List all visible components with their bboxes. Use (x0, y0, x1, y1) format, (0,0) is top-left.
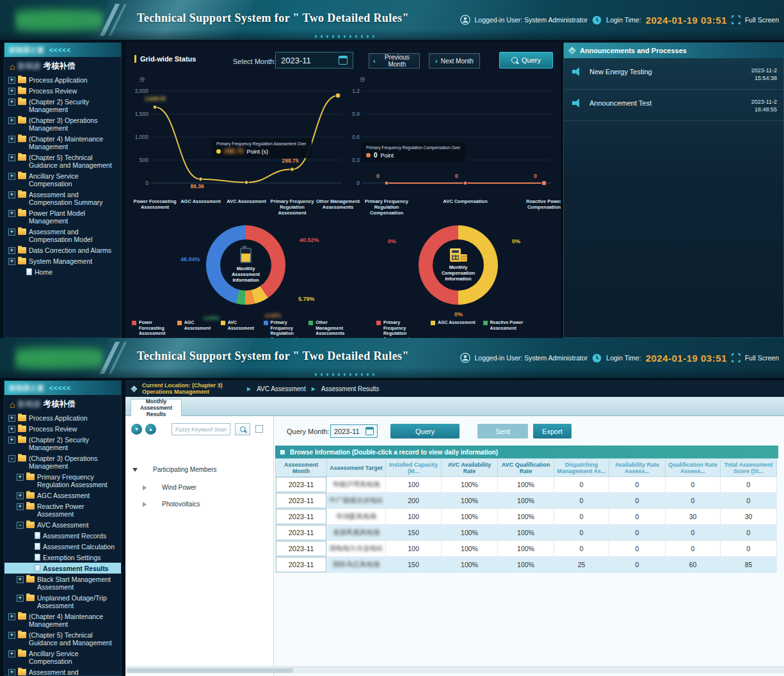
members-root-row[interactable]: Participating Members (132, 466, 216, 473)
tree-root[interactable]: ⌂ 新能源 考核补偿 (4, 57, 121, 74)
tab-monthly-assessment-results[interactable]: Monthly Assessment Results (131, 399, 182, 416)
search-input[interactable] (172, 423, 230, 435)
expand-icon[interactable]: + (8, 258, 15, 265)
column-header[interactable]: Installed Capacity (M... (386, 459, 442, 477)
column-header[interactable]: Total Assessment Score (St... (721, 459, 777, 477)
expand-icon[interactable]: + (8, 136, 15, 143)
tree-item[interactable]: Assessment Calculation (4, 541, 121, 552)
expand-icon[interactable]: + (8, 88, 15, 95)
tree-root[interactable]: ⌂ 新能源 考核补偿 (4, 395, 121, 412)
column-header[interactable]: Assessment Target (327, 459, 386, 477)
member-item-wind-power[interactable]: Wind Power (143, 484, 196, 491)
tree-item[interactable]: +(Chapter 2) Security Management (4, 434, 121, 453)
query-button[interactable]: Query (499, 52, 553, 68)
sidebar-collapse-arrows-icon[interactable]: <<<<< (49, 385, 71, 392)
expand-icon[interactable]: + (8, 650, 15, 657)
fullscreen-icon[interactable] (732, 353, 740, 362)
expand-icon[interactable]: + (17, 595, 24, 602)
tree-item[interactable]: +Process Application (4, 412, 121, 423)
collapse-all-button[interactable]: ▼ (131, 424, 142, 435)
announcement-item[interactable]: New Energy Testing2023-11-215:54:38 (564, 58, 783, 90)
tree-item[interactable]: +Black Start Management Assessment (4, 574, 121, 592)
tree-item[interactable]: +Ancillary Service Compensation (4, 170, 121, 189)
tree-item[interactable]: +Process Review (4, 85, 121, 96)
column-header[interactable]: Availability Rate Assess... (609, 459, 666, 477)
fullscreen-label[interactable]: Full Screen (745, 354, 779, 362)
tree-item[interactable]: +Assessment and Compensation Model (4, 226, 121, 245)
calendar-icon[interactable] (339, 56, 348, 65)
column-header[interactable]: Dispatching Management As... (554, 459, 609, 477)
expand-icon[interactable]: + (8, 191, 15, 198)
scrollbar-thumb[interactable] (127, 668, 293, 673)
member-item-photovoltaics[interactable]: Photovoltaics (143, 501, 200, 508)
tree-item[interactable]: -(Chapter 3) Operations Management (4, 453, 121, 471)
compensation-line-chart[interactable]: 分 00.30.60.91.2 Primary Frequency Regula… (346, 76, 561, 237)
breadcrumb-item[interactable]: AVC Assessment (257, 385, 306, 392)
breadcrumb-item[interactable]: Assessment Results (321, 385, 380, 392)
search-button[interactable] (235, 423, 250, 435)
table-row[interactable]: 2023-11中广核城光伏电站200100%100%0000 (276, 493, 777, 509)
calendar-icon[interactable] (365, 427, 374, 435)
expand-arrow-icon[interactable] (143, 502, 147, 507)
sidebar-header[interactable]: 新能源之窗 <<<<< (4, 381, 121, 395)
expand-icon[interactable]: + (8, 210, 15, 217)
tree-item[interactable]: +(Chapter 3) Operations Management (4, 115, 121, 133)
tree-item[interactable]: Assessment Results (4, 563, 121, 574)
query-button[interactable]: Query (390, 424, 460, 439)
collapse-icon[interactable]: - (17, 522, 24, 529)
tree-item[interactable]: +(Chapter 2) Security Management (4, 96, 121, 115)
tree-item[interactable]: +Process Review (4, 423, 121, 434)
sent-button[interactable]: Sent (477, 424, 528, 439)
expand-icon[interactable]: + (17, 474, 24, 481)
tree-item[interactable]: Home (4, 266, 121, 277)
tree-item[interactable]: +Reactive Power Assessment (4, 501, 121, 519)
table-row[interactable]: 2023-11龙源凤凰风电场150100%100%0000 (276, 525, 777, 541)
column-header[interactable]: Assessment Month (276, 459, 327, 477)
expand-icon[interactable]: + (8, 99, 15, 106)
select-month-input[interactable]: 2023-11 (275, 52, 353, 68)
expand-icon[interactable]: + (8, 229, 15, 236)
expand-icon[interactable]: + (8, 632, 15, 639)
expand-icon[interactable]: + (17, 492, 24, 499)
tree-item[interactable]: +Assessment and Compensation Summary (4, 189, 121, 207)
expand-icon[interactable]: + (8, 613, 15, 620)
sidebar-header[interactable]: 新能源之窗 <<<<< (4, 43, 121, 57)
tree-item[interactable]: +System Management (4, 255, 121, 266)
tree-item[interactable]: +Data Correction and Alarms (4, 245, 121, 255)
expand-icon[interactable]: + (17, 576, 24, 583)
assessment-line-chart[interactable]: 分 05001,0001,5002,000 Power Forecasting … (125, 76, 343, 237)
expand-icon[interactable]: + (8, 117, 15, 124)
tree-item[interactable]: +Primary Frequency Regulation Assessment (4, 471, 121, 490)
tree-item[interactable]: -AVC Assessment (4, 519, 121, 530)
tree-item[interactable]: +Power Plant Model Management (4, 207, 121, 226)
table-row[interactable]: 2023-11国电电力兴业电站100100%100%0000 (276, 541, 777, 557)
expand-icon[interactable]: + (8, 437, 15, 444)
collapse-icon[interactable]: - (8, 455, 15, 462)
expand-icon[interactable]: + (8, 415, 15, 422)
tree-item[interactable]: +Process Application (4, 74, 121, 85)
expand-icon[interactable]: + (8, 77, 15, 84)
tree-item[interactable]: +(Chapter 5) Technical Guidance and Mana… (4, 152, 121, 170)
tree-item[interactable]: +Ancillary Service Compensation (4, 648, 121, 666)
tree-item[interactable]: Exemption Settings (4, 552, 121, 563)
tree-item[interactable]: +(Chapter 4) Maintenance Management (4, 133, 121, 152)
next-month-button[interactable]: › Next Month (429, 53, 480, 68)
column-header[interactable]: Qualification Rate Assess... (666, 459, 721, 477)
announcement-item[interactable]: Announcement Test2023-11-216:48:55 (564, 90, 783, 121)
tree-item[interactable]: +Assessment and Compensation Summary (4, 666, 121, 676)
expand-icon[interactable]: + (8, 173, 15, 180)
table-row[interactable]: 2023-11华润森风电场100100%100%003030 (276, 509, 777, 525)
sidebar-collapse-arrows-icon[interactable]: <<<<< (49, 47, 71, 54)
table-row[interactable]: 2023-11华能沪湾风电场100100%100%0000 (276, 477, 777, 493)
checkbox[interactable] (255, 425, 263, 433)
tree-item[interactable]: +Unplanned Outage/Trip Assessment (4, 592, 121, 611)
expand-icon[interactable]: + (8, 669, 15, 676)
expand-icon[interactable]: + (17, 503, 24, 510)
export-button[interactable]: Export (533, 424, 572, 439)
tree-item[interactable]: +AGC Assessment (4, 490, 121, 501)
expand-icon[interactable]: + (8, 426, 15, 433)
expand-arrow-icon[interactable] (143, 485, 147, 490)
query-month-input[interactable]: 2023-11 (330, 424, 378, 438)
table-row[interactable]: 2023-11国投乌兰风电场150100%100%2506085 (276, 557, 777, 573)
tree-item[interactable]: +(Chapter 5) Technical Guidance and Mana… (4, 629, 121, 648)
